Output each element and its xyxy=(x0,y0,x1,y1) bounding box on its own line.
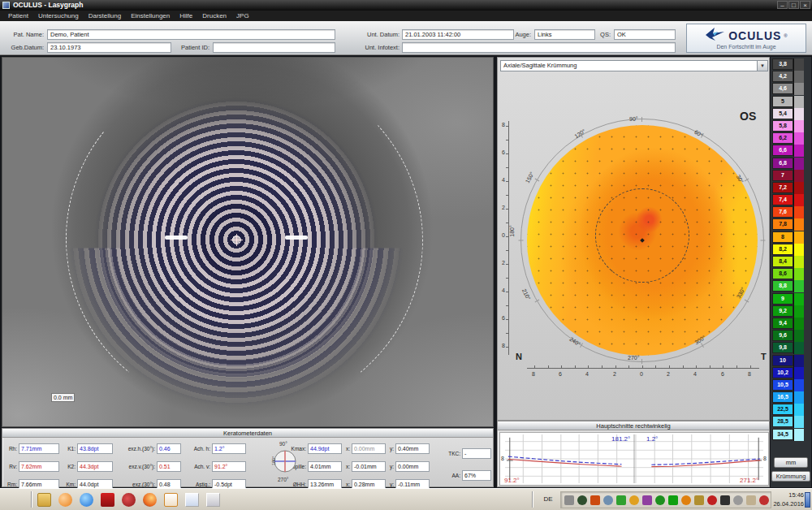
kerato-row: Rv:7.62mmK2:44.3dptexz.v.(30°):0.51Ach. … xyxy=(4,461,430,472)
web-app-icon[interactable] xyxy=(122,493,136,507)
geb-datum-field[interactable]: 23.10.1973 xyxy=(47,42,171,53)
scale-color-strip xyxy=(793,280,804,292)
aa-field[interactable]: 67% xyxy=(462,470,491,481)
field-rv[interactable]: 7.62mm xyxy=(19,461,59,472)
pat-name-field[interactable]: Demo, Patient xyxy=(47,29,335,40)
display-tray-icon[interactable] xyxy=(603,495,613,505)
antivirus-tray-icon[interactable] xyxy=(707,495,717,505)
x-minor-tick xyxy=(736,365,737,369)
media-encoder-tray-icon[interactable] xyxy=(590,495,600,505)
scale-value-cell: 7,2 xyxy=(772,182,793,193)
kruemmung-button[interactable]: Krümmung xyxy=(771,471,810,482)
field-exzh[interactable]: 0.46 xyxy=(157,443,181,454)
scale-color-strip xyxy=(793,194,804,206)
internet-explorer-icon[interactable] xyxy=(80,493,93,507)
menu-item-einstellungen[interactable]: Einstellungen xyxy=(126,12,175,19)
scale-value-cell: 4,6 xyxy=(772,83,793,94)
field-achh[interactable]: 1.2° xyxy=(212,443,246,454)
minimize-button[interactable]: – xyxy=(777,1,788,9)
network-tray-icon[interactable] xyxy=(655,495,665,505)
scale-color-strip xyxy=(793,367,804,379)
firefox-icon[interactable] xyxy=(143,493,157,507)
imaging-tool-icon[interactable] xyxy=(206,493,220,507)
field-kmax[interactable]: 44.9dpt xyxy=(308,443,342,454)
infotext-field[interactable] xyxy=(402,42,676,53)
field-exzv[interactable]: 0.51 xyxy=(157,461,181,472)
audio-tray-icon[interactable] xyxy=(759,495,769,505)
qs-field[interactable]: OK xyxy=(614,29,676,40)
auge-field[interactable]: Links xyxy=(534,29,595,40)
field-k[interactable]: 44.3dpt xyxy=(77,461,113,472)
oculus-viewer-icon[interactable] xyxy=(185,493,199,507)
x-tick-label: 6 xyxy=(559,371,562,377)
scale-row: 5,4 xyxy=(772,108,810,120)
updates-tray-icon[interactable] xyxy=(668,495,678,505)
language-indicator[interactable]: DE xyxy=(539,493,557,506)
temporal-label: T xyxy=(761,352,767,361)
menu-item-hilfe[interactable]: Hilfe xyxy=(175,12,197,19)
patient-id-field[interactable] xyxy=(213,42,335,53)
y-minor-tick xyxy=(506,209,509,210)
menu-item-patient[interactable]: Patient xyxy=(3,12,33,19)
unit-mm-button[interactable]: mm xyxy=(774,457,808,468)
keratometer-panel: Keratometerdaten Rh:7.71mmK1:43.8dptexz.… xyxy=(2,428,494,487)
input-device-tray-icon[interactable] xyxy=(564,495,574,505)
scale-row: 4,2 xyxy=(772,71,810,83)
field-x[interactable]: -0.01mm xyxy=(352,461,386,472)
scale-row: 7 xyxy=(772,170,810,182)
pointer-device-tray-icon[interactable] xyxy=(720,495,730,505)
angle-label: 270° xyxy=(628,355,639,361)
unt-datum-label: Unt. Datum: xyxy=(354,30,400,40)
scale-value-cell: 16,5 xyxy=(772,391,793,403)
window-title: OCULUS - Lasygraph xyxy=(13,1,83,9)
tkc-field[interactable]: - xyxy=(462,448,491,459)
field-achv[interactable]: 91.2° xyxy=(212,461,246,472)
scale-value-cell: 5,8 xyxy=(772,120,793,132)
menu-item-untersuchung[interactable]: Untersuchung xyxy=(33,12,84,19)
eye-side-label: OS xyxy=(740,110,756,123)
field-x[interactable]: 0.00mm xyxy=(352,443,386,454)
y-tick-label: 6 xyxy=(498,315,505,321)
scale-value-cell: 4,2 xyxy=(772,71,793,82)
y-tick-label: 8 xyxy=(498,122,505,128)
adobe-reader-icon[interactable] xyxy=(101,493,114,507)
menu-item-jpg[interactable]: JPG xyxy=(231,12,254,19)
security-badge-tray-icon[interactable] xyxy=(694,495,704,505)
scale-row: 9,8 xyxy=(772,342,810,354)
close-button[interactable]: × xyxy=(800,1,810,9)
taskbar-clock[interactable]: 15:46 26.04.2016 xyxy=(771,491,804,508)
unt-datum-field[interactable]: 21.01.2003 11:42:00 xyxy=(402,29,514,40)
clipboard-tray-icon[interactable] xyxy=(746,495,756,505)
field-y[interactable]: 0.00mm xyxy=(395,461,430,472)
led-reflection-right xyxy=(285,236,308,240)
field-rh[interactable]: 7.71mm xyxy=(19,443,59,454)
scheduler-tray-icon[interactable] xyxy=(616,495,626,505)
chevron-down-icon[interactable]: ▼ xyxy=(757,61,767,71)
spooler-tray-icon[interactable] xyxy=(733,495,743,505)
field-pupille[interactable]: 4.01mm xyxy=(308,461,342,472)
explorer-icon[interactable] xyxy=(37,493,51,507)
menu-item-darstellung[interactable]: Darstellung xyxy=(84,12,126,19)
x-minor-tick xyxy=(628,365,629,369)
field-y[interactable]: 0.40mm xyxy=(395,443,430,454)
scale-value-cell: 10,5 xyxy=(772,379,793,391)
x-minor-tick xyxy=(683,365,684,369)
scale-color-strip xyxy=(793,379,804,391)
scale-value-cell: 8 xyxy=(772,231,793,243)
field-k[interactable]: 43.8dpt xyxy=(77,443,113,454)
maximize-button[interactable]: □ xyxy=(788,1,799,9)
office-tray-icon[interactable] xyxy=(681,495,691,505)
map-type-dropdown[interactable]: Axiale/Sagittale Krümmung ▼ xyxy=(500,60,768,71)
notes-tray-icon[interactable] xyxy=(642,495,652,505)
media-player-icon[interactable] xyxy=(58,493,72,507)
x-tick-label: 6 xyxy=(721,371,724,377)
scale-value-cell: 6,8 xyxy=(772,158,793,169)
outlook-icon[interactable] xyxy=(164,493,178,507)
scale-color-strip xyxy=(793,342,804,354)
show-desktop-button[interactable] xyxy=(805,492,810,508)
section-curve xyxy=(651,460,760,467)
x-minor-tick xyxy=(561,365,562,369)
warning-tray-icon[interactable] xyxy=(629,495,639,505)
camera-tray-icon[interactable] xyxy=(577,495,587,505)
menu-item-drucken[interactable]: Drucken xyxy=(197,12,231,19)
